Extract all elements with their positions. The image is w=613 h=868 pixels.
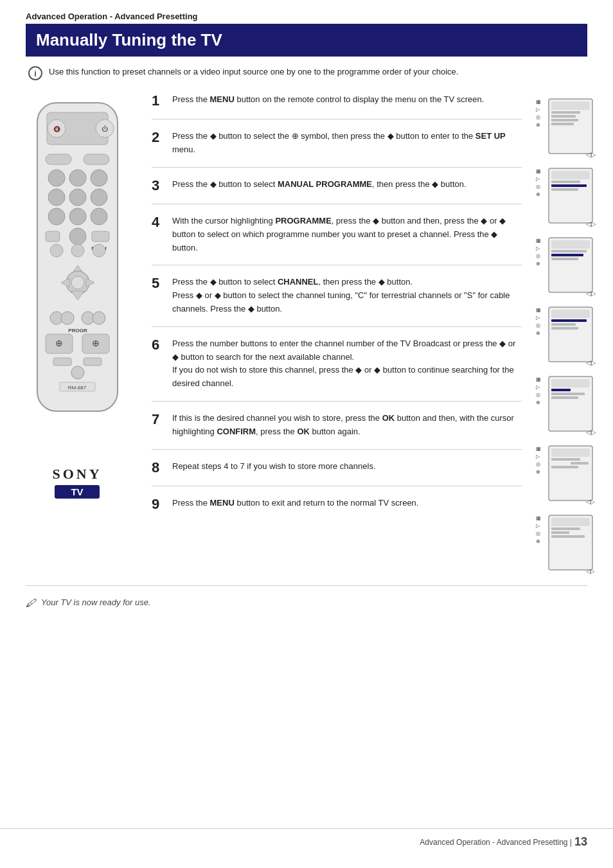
svg-rect-53 — [551, 123, 574, 125]
svg-point-16 — [91, 208, 107, 225]
svg-rect-49 — [551, 102, 590, 110]
svg-rect-73 — [551, 258, 578, 260]
footer-section: 🖊 Your TV is now ready for use. — [0, 579, 613, 622]
info-icon: i — [28, 66, 42, 80]
step-7-text: If this is the desired channel you wish … — [172, 412, 522, 439]
steps-column: 1 Press the MENU button on the remote co… — [141, 93, 529, 579]
step-9-text: Press the MENU button to exit and return… — [172, 497, 418, 512]
step-3-number: 3 — [152, 178, 166, 193]
step-5-number: 5 — [152, 276, 166, 315]
step-6-text: Press the number buttons to enter the ch… — [172, 337, 522, 391]
svg-rect-50 — [551, 111, 580, 114]
svg-point-21 — [50, 244, 63, 257]
svg-text:▷: ▷ — [536, 107, 540, 112]
svg-rect-111 — [551, 527, 580, 530]
tv-badge: TV — [55, 485, 100, 499]
svg-text:◁▷: ◁▷ — [586, 499, 595, 505]
footer-label: Advanced Operation - Advanced Presetting… — [420, 838, 572, 847]
svg-rect-6 — [46, 154, 71, 164]
svg-text:⊕: ⊕ — [536, 330, 540, 336]
header-section: Advanced Operation - Advanced Presetting… — [0, 0, 613, 80]
svg-text:⊕: ⊕ — [536, 191, 540, 197]
tv-screen-3: ▦ ▷ ◎ ⊕ ◁▷ — [529, 232, 600, 301]
svg-text:⊕: ⊕ — [536, 538, 540, 544]
svg-point-41 — [71, 366, 84, 379]
svg-rect-39 — [53, 358, 71, 366]
step-7-number: 7 — [152, 412, 166, 439]
svg-rect-61 — [551, 181, 580, 183]
svg-text:⊕: ⊕ — [536, 122, 540, 128]
step-4-text: With the cursor highlighting PROGRAMME, … — [172, 215, 522, 254]
svg-rect-80 — [551, 310, 590, 318]
svg-text:▦: ▦ — [536, 515, 541, 521]
page-footer: Advanced Operation - Advanced Presetting… — [0, 828, 613, 855]
svg-text:◁▷: ◁▷ — [586, 568, 595, 574]
svg-rect-51 — [551, 115, 576, 118]
step-8: 8 Repeat steps 4 to 7 if you wish to sto… — [152, 460, 522, 486]
step-5-text: Press the ◆ button to select CHANNEL, th… — [172, 276, 522, 315]
svg-rect-102 — [571, 462, 589, 465]
svg-text:▷: ▷ — [536, 245, 540, 251]
step-3: 3 Press the ◆ button to select MANUAL PR… — [152, 178, 522, 204]
svg-text:◎: ◎ — [536, 184, 540, 190]
svg-rect-112 — [551, 531, 569, 534]
svg-text:◎: ◎ — [536, 531, 540, 536]
tv-screen-1: ▦ ▷ ◎ ⊕ ◁▷ — [529, 93, 600, 163]
svg-rect-71 — [551, 250, 587, 252]
step-5: 5 Press the ◆ button to select CHANNEL, … — [152, 276, 522, 326]
svg-point-14 — [48, 208, 65, 225]
svg-point-11 — [48, 189, 65, 206]
step-2-number: 2 — [152, 130, 166, 157]
svg-rect-62 — [551, 184, 587, 187]
svg-rect-90 — [551, 379, 590, 387]
svg-text:▦: ▦ — [536, 307, 541, 313]
svg-point-15 — [69, 208, 86, 225]
tv-screen-2: ▦ ▷ ◎ ⊕ ◁▷ — [529, 163, 600, 232]
svg-point-31 — [61, 312, 74, 324]
svg-rect-103 — [551, 466, 578, 468]
step-9-number: 9 — [152, 497, 166, 512]
page-number: 13 — [574, 835, 587, 849]
svg-text:▷: ▷ — [536, 176, 540, 182]
svg-rect-92 — [551, 393, 585, 395]
svg-text:▷: ▷ — [536, 384, 540, 390]
tv-screen-5: ▦ ▷ ◎ ⊕ ◁▷ — [529, 371, 600, 440]
svg-rect-81 — [551, 319, 587, 322]
svg-rect-19 — [92, 231, 109, 242]
remote-svg: ⏻ 🔇 — [13, 100, 141, 499]
screens-column: ▦ ▷ ◎ ⊕ ◁▷ ▦ — [529, 93, 600, 579]
svg-point-10 — [91, 170, 107, 186]
svg-rect-7 — [84, 154, 109, 164]
svg-rect-93 — [551, 396, 578, 399]
svg-text:🔇: 🔇 — [53, 125, 60, 133]
step-4: 4 With the cursor highlighting PROGRAMME… — [152, 215, 522, 265]
svg-text:⊕: ⊕ — [536, 261, 540, 267]
step-3-text: Press the ◆ button to select MANUAL PROG… — [172, 178, 466, 193]
footer-note: 🖊 Your TV is now ready for use. — [26, 598, 587, 609]
svg-text:◁▷: ◁▷ — [586, 220, 596, 227]
info-row: i Use this function to preset channels o… — [26, 66, 587, 80]
svg-point-9 — [69, 170, 86, 186]
svg-text:◁▷: ◁▷ — [586, 359, 596, 366]
step-1: 1 Press the MENU button on the remote co… — [152, 93, 522, 120]
svg-rect-70 — [551, 240, 590, 249]
remote-illustration: ⏻ 🔇 — [21, 100, 134, 459]
svg-rect-17 — [46, 231, 60, 242]
svg-text:⊕: ⊕ — [55, 338, 63, 348]
svg-rect-40 — [84, 358, 102, 366]
svg-rect-60 — [551, 171, 590, 179]
page-title: Manually Tuning the TV — [26, 24, 587, 57]
svg-text:◁▷: ◁▷ — [586, 151, 596, 158]
svg-rect-52 — [551, 119, 578, 121]
step-1-text: Press the MENU button on the remote cont… — [172, 93, 484, 109]
svg-text:PROGR: PROGR — [68, 328, 87, 333]
step-2: 2 Press the ◆ button to select the ⊕ sym… — [152, 130, 522, 168]
svg-text:▦: ▦ — [536, 446, 541, 452]
svg-text:⏻: ⏻ — [102, 125, 108, 132]
svg-point-13 — [91, 189, 107, 206]
svg-rect-63 — [551, 188, 578, 191]
svg-text:◎: ◎ — [536, 253, 540, 259]
tv-screen-6: ▦ ▷ ◎ ⊕ ◁▷ — [529, 440, 600, 509]
svg-rect-82 — [551, 323, 576, 326]
content-area: ⏻ 🔇 — [0, 93, 613, 579]
